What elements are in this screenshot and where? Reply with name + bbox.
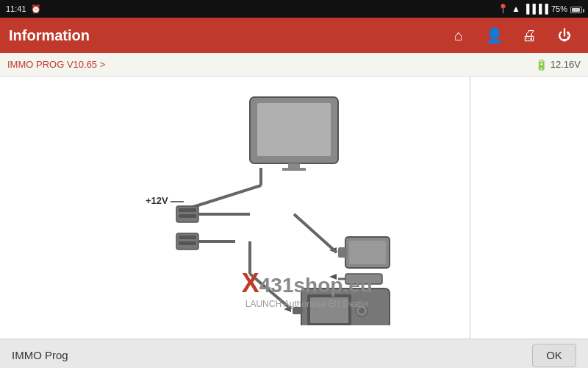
svg-line-5: [191, 185, 261, 208]
svg-line-20: [294, 214, 337, 252]
bottom-dialog-bar: IMMO Prog OK: [0, 339, 588, 368]
svg-rect-9: [179, 208, 196, 212]
svg-rect-17: [349, 241, 386, 264]
time-display: 11:41: [6, 4, 26, 13]
battery-small-icon: 🔋: [535, 59, 548, 71]
svg-rect-3: [282, 168, 306, 171]
sub-header: IMMO PROG V10.65 > 🔋 12.16V: [0, 53, 588, 77]
wifi-icon: ▲: [512, 4, 520, 14]
voltage-value: 12.16V: [551, 59, 581, 70]
voltage-display: 🔋 12.16V: [535, 59, 581, 71]
watermark: X431shop.eu LAUNCH Authorized EU Dealer: [242, 268, 373, 309]
x-letter: X: [242, 268, 259, 298]
dealer-label: LAUNCH Authorized EU Dealer: [242, 299, 373, 309]
vertical-divider: [470, 77, 470, 339]
top-bar-icons: ⌂ 👤 🖨 ⏻: [444, 21, 579, 50]
battery-display: 75%: [551, 4, 567, 13]
dialog-label: IMMO Prog: [12, 349, 68, 361]
svg-text:+12V: +12V: [146, 195, 168, 206]
svg-rect-10: [179, 214, 196, 218]
top-bar: Information ⌂ 👤 🖨 ⏻: [0, 18, 588, 53]
user-button[interactable]: 👤: [479, 21, 509, 50]
svg-rect-18: [338, 247, 347, 258]
signal-icon: ▐▐▐▐: [523, 4, 548, 14]
battery-icon: [570, 4, 582, 13]
home-button[interactable]: ⌂: [444, 21, 473, 50]
alarm-icon: ⏰: [31, 4, 41, 14]
svg-rect-12: [179, 236, 196, 239]
status-right: 📍 ▲ ▐▐▐▐ 75%: [498, 4, 582, 14]
main-content: +12V: [0, 77, 588, 339]
status-bar: 11:41 ⏰ 📍 ▲ ▐▐▐▐ 75%: [0, 0, 588, 18]
page-title: Information: [9, 27, 90, 44]
svg-rect-13: [179, 241, 196, 245]
diagram-area: +12V: [0, 77, 588, 339]
ok-button[interactable]: OK: [532, 344, 576, 367]
location-icon: 📍: [498, 4, 509, 14]
brand-name: 431shop.eu: [259, 274, 373, 297]
svg-rect-1: [257, 103, 331, 156]
immo-prog-link[interactable]: IMMO PROG V10.65 >: [7, 59, 105, 70]
brand-text: X431shop.eu: [242, 268, 373, 299]
status-left: 11:41 ⏰: [6, 4, 41, 14]
svg-rect-2: [288, 163, 300, 168]
print-button[interactable]: 🖨: [514, 21, 544, 50]
exit-button[interactable]: ⏻: [550, 21, 579, 50]
